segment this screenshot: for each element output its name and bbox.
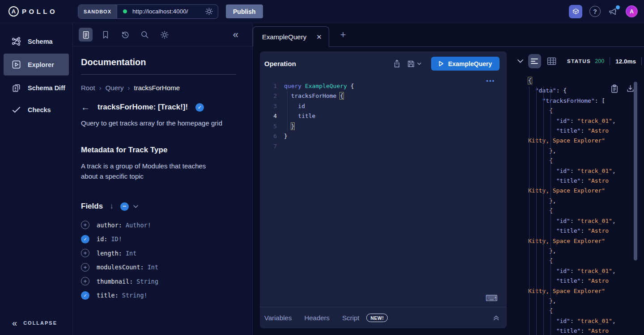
breadcrumb-item[interactable]: tracksForHome [134, 84, 180, 92]
json-line: }, [528, 296, 627, 306]
code-text: title [284, 113, 315, 119]
workspace: Operation [253, 47, 644, 335]
save-button[interactable] [405, 58, 423, 70]
code-line[interactable]: 2 tracksForHome { [260, 91, 507, 101]
status-code: 200 [595, 58, 604, 64]
download-response-button[interactable] [627, 84, 634, 92]
field-selected-check-icon[interactable]: ✓ [81, 235, 89, 243]
sidebar-item-checks[interactable]: Checks [4, 100, 69, 119]
field-signature: tracksForHome: [Track!]! [97, 103, 188, 112]
gear-icon [160, 30, 169, 39]
field-signature-row: ← tracksForHome: [Track!]! ✓ [81, 103, 236, 112]
field-add-plus-icon[interactable]: + [81, 221, 89, 229]
tab-variables[interactable]: Variables [264, 314, 292, 322]
json-line: "title": "Astro Kitty, Space Explorer" [528, 276, 627, 296]
help-button[interactable]: ? [589, 6, 601, 17]
align-left-lines-icon [531, 58, 538, 64]
chevron-down-icon [133, 205, 138, 208]
documentation-tab-button[interactable] [79, 28, 93, 42]
expand-footer-button[interactable] [493, 315, 500, 321]
query-editor[interactable]: 1query ExampleQuery {2 tracksForHome {3 … [260, 72, 507, 307]
line-number: 6 [265, 133, 277, 139]
field-row[interactable]: +length:Int [81, 246, 236, 260]
sidebar-item-schema[interactable]: Schema [4, 32, 69, 51]
avatar[interactable]: A [626, 5, 638, 17]
field-type: String! [122, 292, 148, 299]
breadcrumb: Root›Query›tracksForHome [81, 84, 236, 92]
response-json-view-button[interactable] [528, 54, 541, 68]
fields-chevron-button[interactable] [133, 205, 138, 208]
settings-tab-button[interactable] [157, 28, 171, 42]
documentation-collapse-button[interactable]: « [233, 31, 238, 39]
indent-guide [529, 87, 530, 335]
code-line[interactable]: 4 title [260, 111, 507, 121]
field-name: modulesCount: [97, 264, 144, 271]
field-add-plus-icon[interactable]: + [81, 277, 89, 285]
minus-icon: – [123, 202, 126, 209]
tab-script[interactable]: Script [342, 314, 359, 322]
field-row[interactable]: ✓title:String! [81, 289, 236, 303]
json-line: }, [528, 196, 627, 206]
run-operation-button[interactable]: ExampleQuery [431, 57, 500, 71]
json-line: "title": "Astro Kitty, Space Explorer" [528, 326, 627, 335]
response-table-view-button[interactable] [547, 57, 556, 65]
scrollbar-thumb[interactable] [634, 82, 637, 260]
field-row[interactable]: ✓id:ID! [81, 232, 236, 247]
code-line[interactable]: 7 [260, 141, 507, 151]
breadcrumb-item[interactable]: Query [106, 84, 124, 92]
tab-examplequery[interactable]: ExampleQuery ✕ [253, 26, 329, 47]
sidebar-collapse-button[interactable]: « COLLAPSE [0, 319, 72, 327]
breadcrumb-item[interactable]: Root [81, 84, 95, 92]
field-type: Int [126, 250, 136, 257]
new-badge: NEW! [366, 314, 388, 322]
response-collapse-button[interactable] [514, 59, 525, 63]
new-tab-button[interactable]: + [340, 30, 346, 40]
line-number: 4 [265, 113, 277, 119]
sidebar-item-schema-diff[interactable]: Schema Diff [4, 78, 69, 97]
field-row[interactable]: +thumbnail:String [81, 274, 236, 289]
field-add-plus-icon[interactable]: + [81, 249, 89, 257]
field-selected-check-icon[interactable]: ✓ [195, 103, 204, 112]
keyboard-shortcuts-button[interactable]: ⌨ [486, 293, 498, 303]
line-number: 5 [265, 123, 277, 130]
tab-headers[interactable]: Headers [304, 314, 330, 322]
json-line: "title": "Astro Kitty, Space Explorer" [528, 126, 627, 146]
field-row[interactable]: +modulesCount:Int [81, 260, 236, 275]
connection-status-dot [123, 9, 127, 13]
endpoint-settings-button[interactable] [203, 7, 218, 16]
field-selected-check-icon[interactable]: ✓ [81, 291, 89, 300]
response-panel: STATUS 200 12.0ms 3 { "data": { "tracksF… [514, 51, 644, 335]
share-button[interactable] [391, 58, 402, 70]
endpoint-url-input[interactable] [131, 8, 203, 15]
line-number: 2 [265, 92, 277, 99]
sidebar-item-label: Checks [28, 106, 51, 113]
publish-button[interactable]: Publish [226, 4, 263, 18]
copy-response-button[interactable] [611, 84, 618, 93]
back-button[interactable]: ← [81, 103, 90, 112]
status-label: STATUS [567, 59, 591, 64]
documentation-panel: « Documentation Root›Query›tracksForHome… [73, 23, 253, 335]
json-line: "id": "track_01", [528, 266, 627, 276]
sidebar-item-explorer[interactable]: Explorer [4, 54, 69, 75]
response-body: { "data": { "tracksForHome": [ { "id": "… [514, 76, 644, 335]
code-line[interactable]: 1query ExampleQuery { [260, 81, 507, 91]
bookmarks-tab-button[interactable] [98, 28, 112, 42]
code-text: tracksForHome { [284, 92, 343, 99]
code-line[interactable]: 6} [260, 131, 507, 142]
history-icon [121, 30, 130, 39]
line-options-button[interactable]: ••• [483, 77, 498, 84]
code-line[interactable]: 5 } [260, 121, 507, 131]
code-line[interactable]: 3 id [260, 101, 507, 111]
history-tab-button[interactable] [118, 28, 132, 42]
field-add-plus-icon[interactable]: + [81, 263, 89, 272]
deselect-all-button[interactable]: – [120, 202, 129, 211]
announcements-button[interactable] [608, 7, 619, 17]
sandbox-app-button[interactable] [569, 5, 582, 18]
apollo-logo: A POLLO [0, 6, 71, 17]
search-tab-button[interactable] [138, 28, 152, 42]
sort-arrow-down-icon[interactable]: ↓ [110, 202, 114, 211]
close-icon: ✕ [316, 33, 322, 41]
field-row[interactable]: +author:Author! [81, 218, 236, 232]
operation-title: Operation [264, 60, 296, 67]
close-tab-button[interactable]: ✕ [316, 34, 322, 40]
